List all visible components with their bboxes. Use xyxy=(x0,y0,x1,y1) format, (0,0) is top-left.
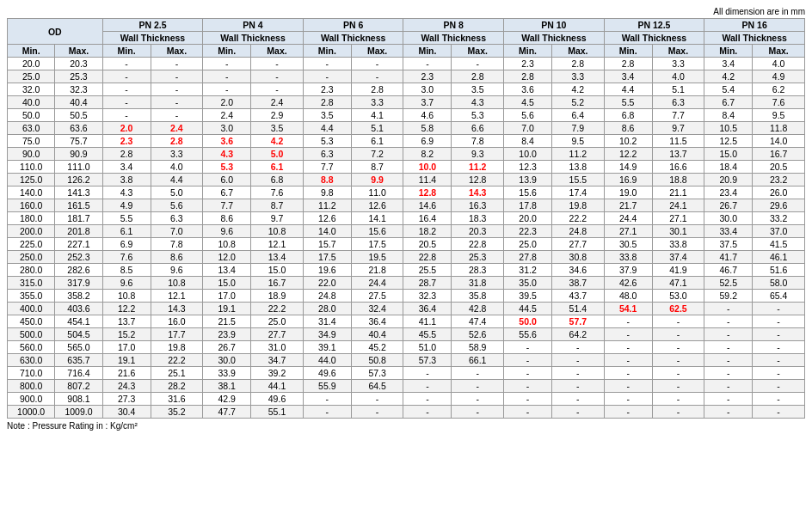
od-max-cell: 126.2 xyxy=(55,174,102,187)
data-cell: 36.4 xyxy=(403,303,452,315)
data-cell: 25.0 xyxy=(251,315,304,328)
data-cell: - xyxy=(504,406,552,419)
data-cell: 19.1 xyxy=(203,303,251,315)
data-cell: 62.5 xyxy=(652,303,704,315)
data-cell: 42.6 xyxy=(604,277,652,290)
od-max-cell: 50.5 xyxy=(55,109,102,122)
od-max-cell: 807.2 xyxy=(55,380,102,393)
data-cell: - xyxy=(504,393,552,406)
data-cell: 4.4 xyxy=(604,83,652,96)
data-cell: - xyxy=(552,393,605,406)
table-row: 315.0317.99.610.815.016.722.024.428.731.… xyxy=(8,277,805,290)
data-cell: 3.4 xyxy=(102,161,151,174)
pn6-max: Max. xyxy=(351,45,403,58)
data-cell: - xyxy=(151,96,203,109)
data-cell: - xyxy=(604,406,652,419)
data-cell: - xyxy=(604,341,652,354)
data-cell: 24.4 xyxy=(351,277,403,290)
data-cell: 65.4 xyxy=(753,290,805,303)
data-cell: 33.2 xyxy=(753,212,805,225)
data-cell: 5.0 xyxy=(251,148,304,161)
data-cell: 4.2 xyxy=(704,70,753,83)
data-cell: 28.0 xyxy=(303,303,351,315)
data-cell: 2.8 xyxy=(452,70,504,83)
od-max-cell: 358.2 xyxy=(55,290,102,303)
data-cell: 22.8 xyxy=(452,238,504,251)
data-cell: - xyxy=(452,367,504,380)
table-row: 20.020.3--------2.32.82.83.33.44.0 xyxy=(8,58,805,70)
table-row: 400.0403.612.214.319.122.228.032.436.442… xyxy=(8,303,805,315)
data-cell: - xyxy=(704,328,753,341)
data-cell: 18.9 xyxy=(251,290,304,303)
data-cell: 2.9 xyxy=(251,109,304,122)
table-row: 225.0227.16.97.810.812.115.717.520.522.8… xyxy=(8,238,805,251)
data-cell: 7.9 xyxy=(552,122,605,135)
data-cell: 14.6 xyxy=(403,199,452,212)
data-cell: - xyxy=(704,406,753,419)
od-max-cell: 403.6 xyxy=(55,303,102,315)
data-cell: 27.7 xyxy=(251,328,304,341)
data-cell: 45.2 xyxy=(351,341,403,354)
data-cell: 11.8 xyxy=(753,122,805,135)
data-cell: 2.8 xyxy=(504,70,552,83)
od-min-cell: 710.0 xyxy=(8,367,55,380)
data-cell: 11.0 xyxy=(351,187,403,199)
pn16-header: PN 16 xyxy=(704,19,805,32)
data-cell: 10.5 xyxy=(704,122,753,135)
data-cell: - xyxy=(604,393,652,406)
od-max-cell: 181.7 xyxy=(55,212,102,225)
data-cell: 31.4 xyxy=(303,315,351,328)
data-cell: 9.8 xyxy=(303,187,351,199)
data-cell: 28.3 xyxy=(452,264,504,277)
data-cell: - xyxy=(552,367,605,380)
pn6-wt: Wall Thickness xyxy=(303,32,403,45)
data-cell: 17.0 xyxy=(102,341,151,354)
data-cell: 14.1 xyxy=(351,212,403,225)
data-cell: 7.6 xyxy=(251,187,304,199)
table-body: 20.020.3--------2.32.82.83.33.44.025.025… xyxy=(8,58,805,419)
data-cell: 55.6 xyxy=(504,328,552,341)
data-cell: - xyxy=(151,58,203,70)
table-row: 250.0252.37.68.612.013.417.519.522.825.3… xyxy=(8,251,805,264)
data-cell: 5.5 xyxy=(604,96,652,109)
table-row: 160.0161.54.95.67.78.711.212.614.616.317… xyxy=(8,199,805,212)
od-max-cell: 908.1 xyxy=(55,393,102,406)
data-cell: - xyxy=(704,393,753,406)
od-min-cell: 1000.0 xyxy=(8,406,55,419)
od-max-cell: 111.0 xyxy=(55,161,102,174)
od-max-cell: 20.3 xyxy=(55,58,102,70)
data-cell: 41.7 xyxy=(704,251,753,264)
data-cell: 27.1 xyxy=(604,225,652,238)
data-cell: - xyxy=(552,341,605,354)
data-cell: - xyxy=(203,70,251,83)
od-min-cell: 560.0 xyxy=(8,341,55,354)
od-max-cell: 454.1 xyxy=(55,315,102,328)
table-row: 450.0454.113.716.021.525.031.436.441.147… xyxy=(8,315,805,328)
table-row: 75.075.72.32.83.64.25.36.16.97.88.49.510… xyxy=(8,135,805,148)
data-cell: 64.2 xyxy=(552,328,605,341)
data-cell: 23.4 xyxy=(704,187,753,199)
data-cell: 2.8 xyxy=(351,83,403,96)
data-cell: 17.5 xyxy=(351,238,403,251)
data-cell: - xyxy=(704,303,753,315)
data-cell: 9.5 xyxy=(753,109,805,122)
data-cell: 8.6 xyxy=(203,212,251,225)
data-cell: - xyxy=(552,354,605,367)
table-row: 50.050.5--2.42.93.54.14.65.35.66.46.87.7… xyxy=(8,109,805,122)
pn25-wt: Wall Thickness xyxy=(102,32,203,45)
od-min-cell: 180.0 xyxy=(8,212,55,225)
data-cell: - xyxy=(504,341,552,354)
data-cell: 14.0 xyxy=(303,225,351,238)
pn16-min: Min. xyxy=(704,45,753,58)
pn6-min: Min. xyxy=(303,45,351,58)
data-cell: - xyxy=(604,367,652,380)
data-cell: 10.2 xyxy=(604,135,652,148)
data-cell: 19.0 xyxy=(604,187,652,199)
data-cell: 42.9 xyxy=(203,393,251,406)
data-cell: 2.8 xyxy=(151,135,203,148)
data-cell: 10.8 xyxy=(203,238,251,251)
data-cell: - xyxy=(652,315,704,328)
data-cell: 13.7 xyxy=(652,148,704,161)
data-cell: - xyxy=(753,315,805,328)
data-cell: 2.3 xyxy=(303,83,351,96)
